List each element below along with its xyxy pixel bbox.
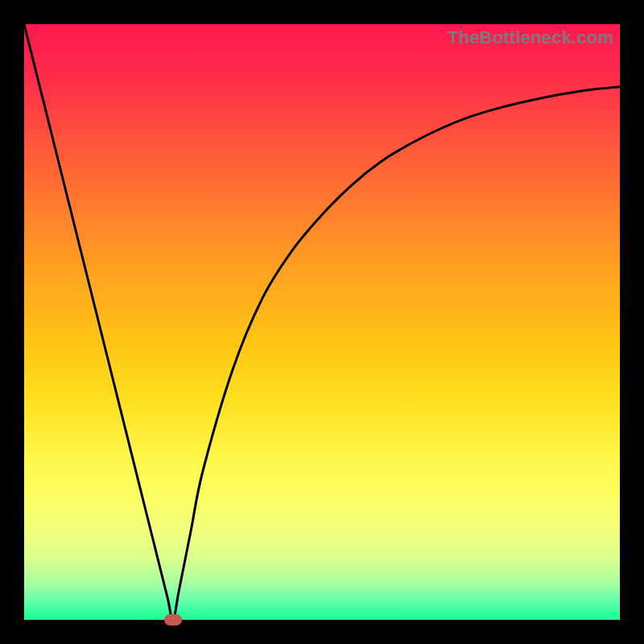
min-marker <box>164 614 182 625</box>
chart-frame: TheBottleneck.com <box>0 0 644 644</box>
plot-area: TheBottleneck.com <box>24 24 620 620</box>
curve-layer <box>24 24 620 620</box>
curve-path <box>24 24 620 620</box>
